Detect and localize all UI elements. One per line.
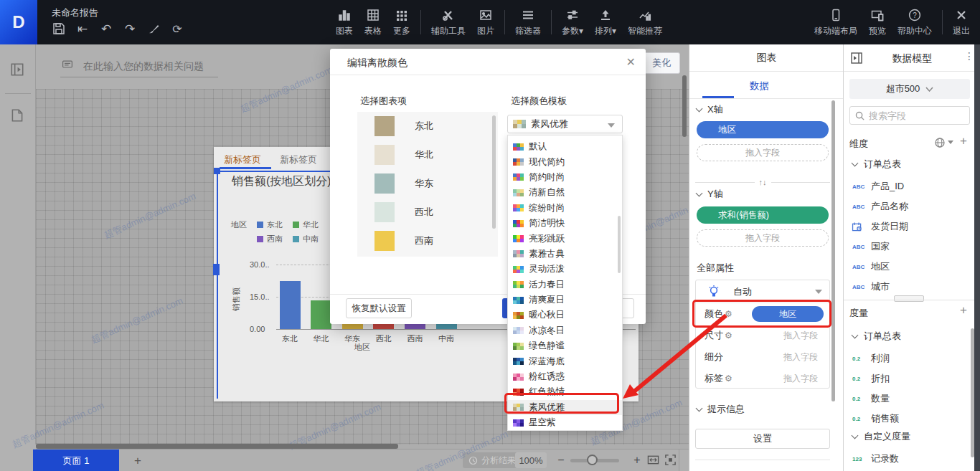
swap-axes-divider[interactable]: ↑↓ [695,178,830,186]
panel-resize-handle[interactable] [894,295,924,302]
field-group[interactable]: 订单总表 [852,330,901,343]
toolbar-smart-recommend[interactable]: 智能推荐 [622,7,668,37]
tooltip-section[interactable]: 提示信息 [697,403,745,416]
series-item[interactable]: 华东 [357,169,498,198]
legend-item[interactable]: 东北 [257,219,283,230]
toolbar-preview[interactable]: 预览 [863,7,892,37]
dataset-select[interactable]: 超市500 [849,79,970,99]
chevron-down-icon[interactable] [948,141,953,144]
field-折扣[interactable]: 0.2折扣 [844,370,973,387]
zoom-slider-handle[interactable] [587,455,598,465]
series-item[interactable]: 西南 [357,227,498,255]
fit-width-icon[interactable] [647,454,659,466]
zoom-in-button[interactable]: + [630,452,644,468]
add-page-button[interactable]: + [129,452,146,470]
add-measure-icon[interactable]: + [960,303,967,318]
toolbar-table[interactable]: 表格 [359,7,387,37]
series-swatch[interactable] [374,173,395,194]
tab-new-tab-active[interactable]: 新标签页 [224,153,261,166]
series-list-scrollbar[interactable] [492,115,496,229]
field-group[interactable]: 自定义度量 [852,430,910,443]
close-icon[interactable]: ✕ [626,55,636,69]
series-item[interactable]: 西北 [357,198,498,227]
toolbar-help[interactable]: ?帮助中心 [892,7,938,37]
series-swatch[interactable] [374,145,395,165]
x-axis-drop-zone[interactable]: 拖入字段 [697,144,829,161]
toolbar-more-grid[interactable]: 更多 [387,7,416,37]
template-option[interactable]: 缤纷时尚 [508,201,622,216]
toolbar-exit[interactable]: 退出 [947,7,976,37]
format-brush-icon[interactable] [145,20,162,37]
toolbar-tools[interactable]: 辅助工具 [425,7,471,37]
template-option[interactable]: 灵动活泼 [508,262,622,277]
template-option[interactable]: 素风优雅 [508,400,622,415]
template-option[interactable]: 星空紫 [508,415,622,430]
kebab-menu-icon[interactable]: ⋮ [964,50,974,62]
template-option[interactable]: 简洁明快 [508,216,622,231]
data-question-input[interactable] [60,54,218,77]
template-option[interactable]: 绿色静谧 [508,338,622,353]
auto-mode-row[interactable]: 自动 [696,280,829,303]
series-swatch[interactable] [374,202,395,222]
add-dimension-icon[interactable]: + [960,134,967,148]
template-option[interactable]: 简约时尚 [508,170,622,185]
tab-new-tab[interactable]: 新标签页 [280,153,317,166]
legend-item[interactable]: 中南 [293,234,319,244]
zoom-out-button[interactable]: − [554,452,568,468]
template-option[interactable]: 红色热情 [508,384,622,399]
fit-screen-icon[interactable] [664,454,677,466]
y-axis-field-pill[interactable]: 求和(销售额) [697,206,829,224]
toolbar-mobile-layout[interactable]: 移动端布局 [809,7,863,37]
prop-drop-hint[interactable]: 拖入字段 [783,351,818,363]
gear-icon[interactable]: ⚙ [725,309,732,319]
analysis-result-button[interactable]: 分析结果 [463,452,522,468]
globe-icon[interactable] [934,137,946,148]
toolbar-image[interactable]: 图片 [471,7,500,37]
dropdown-scrollbar[interactable] [618,216,621,273]
field-地区[interactable]: ABC地区 [844,258,973,275]
field-城市[interactable]: ABC城市 [844,278,973,295]
gear-icon[interactable]: ⚙ [725,330,732,341]
collapse-panel-icon[interactable] [9,62,27,79]
template-option[interactable]: 现代简约 [508,154,622,169]
field-产品名称[interactable]: ABC产品名称 [844,198,973,215]
field-利润[interactable]: 0.2利润 [844,350,973,367]
prop-field-pill[interactable]: 地区 [752,306,824,322]
toolbar-arrange[interactable]: 排列▾ [589,7,622,37]
page-tab[interactable]: 页面 1 [33,449,119,471]
toolbar-params[interactable]: 参数▾ [556,7,589,37]
series-swatch[interactable] [374,116,395,136]
color-template-select[interactable]: 素风优雅 [507,115,623,133]
selection-handle-mid[interactable] [213,264,220,275]
back-to-start-icon[interactable]: ⇤ [74,20,91,37]
field-产品_ID[interactable]: ABC产品_ID [844,178,973,195]
redo-icon[interactable]: ↷ [121,20,138,37]
canvas-horizontal-scrollbar[interactable] [36,444,398,449]
series-item[interactable]: 华北 [357,141,498,169]
field-发货日期[interactable]: 发货日期 [844,218,973,235]
prop-drop-hint[interactable]: 拖入字段 [783,373,818,385]
field-group[interactable]: 订单总表 [852,158,901,171]
gear-icon[interactable]: ⚙ [725,374,732,384]
field-search-input[interactable] [867,108,966,123]
field-国家[interactable]: ABC国家 [844,238,973,255]
x-axis-section[interactable]: X轴 [697,103,723,116]
undo-icon[interactable]: ↶ [98,20,115,37]
field-记录数[interactable]: 123记录数 [844,450,973,467]
template-option[interactable]: 冰凉冬日 [508,323,622,338]
bar-东北[interactable] [280,281,301,330]
template-option[interactable]: 暖心秋日 [508,308,622,323]
template-option[interactable]: 粉红诱惑 [508,369,622,384]
series-swatch[interactable] [374,231,395,251]
tooltip-settings-button[interactable]: 设置 [695,429,830,449]
template-option[interactable]: 素雅古典 [508,247,622,262]
legend-item[interactable]: 华北 [293,219,319,230]
template-option[interactable]: 清新自然 [508,185,622,200]
bar-华北[interactable] [311,300,331,329]
toolbar-bar-chart[interactable]: 图表 [330,7,359,37]
selection-handle-corner[interactable] [214,168,220,174]
config-scrollbar[interactable] [831,100,835,401]
field-销售额[interactable]: 0.2销售额 [844,410,973,427]
y-axis-drop-zone[interactable]: 拖入字段 [697,229,829,247]
template-option[interactable]: 亮彩跳跃 [508,231,622,246]
